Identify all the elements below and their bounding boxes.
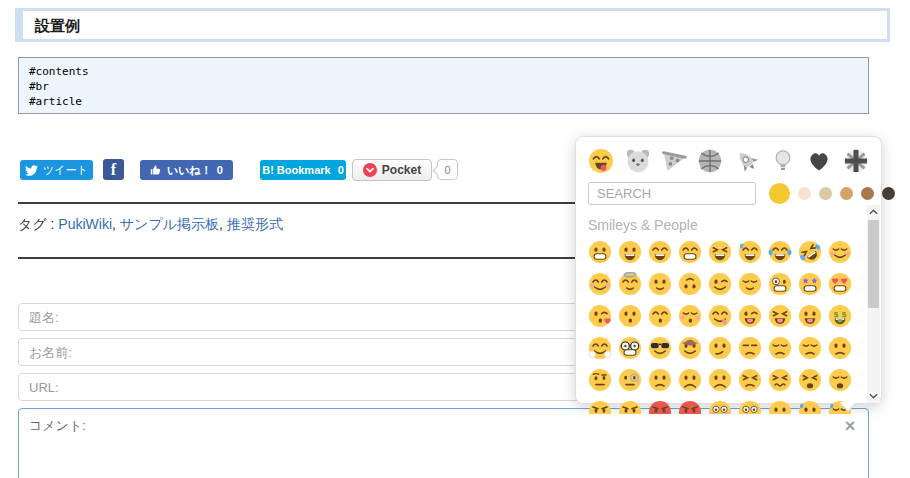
page: 設置例 #contents#br#article ツイート f いいね！ 0 B… [0,0,910,478]
emoji-relieved-face[interactable] [738,272,762,296]
emoji-face-with-steam[interactable] [588,400,612,414]
emoji-tab-activity-icon[interactable] [697,147,723,174]
emoji-tab-objects-icon[interactable] [770,147,796,174]
scrollbar-down-icon[interactable] [867,389,880,403]
emoji-tab-flags-icon[interactable] [843,147,869,174]
skin-tone-swatch[interactable] [882,187,895,200]
emoji-smirking-face[interactable] [708,336,732,360]
twitter-bird-icon [25,164,38,177]
emoji-cowboy-hat-face[interactable] [678,336,702,360]
emoji-kissing-face-closed-eyes[interactable] [678,304,702,328]
emoji-worried-face[interactable] [828,336,852,360]
picker-close-icon[interactable]: × [840,416,860,436]
pocket-count-bubble[interactable]: 0 [437,159,458,180]
emoji-winking-face[interactable] [708,272,732,296]
emoji-squinting-face-with-tongue[interactable] [768,304,792,328]
emoji-slightly-smiling-face[interactable] [648,272,672,296]
emoji-grinning-face[interactable] [588,240,612,264]
like-count: 0 [217,164,223,176]
emoji-winking-face-with-tongue[interactable] [738,304,762,328]
skin-tone-swatch[interactable] [861,187,874,200]
scrollbar-thumb[interactable] [868,220,879,308]
emoji-kissing-face-smiling-eyes[interactable] [648,304,672,328]
emoji-tab-travel-places-icon[interactable] [734,147,760,174]
emoji-grinning-face-smiling-eyes[interactable] [648,240,672,264]
emoji-money-mouth-face[interactable]: $$ [828,304,852,328]
tag-link[interactable]: サンプル掲示板 [120,216,219,232]
tweet-button[interactable]: ツイート [20,160,93,180]
emoji-pensive-face[interactable] [798,336,822,360]
code-line: #br [29,79,858,94]
emoji-rolling-on-the-floor-laughing[interactable] [798,240,822,264]
comment-textarea[interactable] [18,408,869,478]
emoji-smiling-face-with-sunglasses[interactable] [648,336,672,360]
emoji-unamused-face[interactable] [738,336,762,360]
facebook-f-icon: f [111,161,116,179]
emoji-grinning-face-big-eyes[interactable] [618,240,642,264]
emoji-frowning-face[interactable] [708,368,732,392]
pocket-button[interactable]: Pocket [352,159,432,181]
emoji-screaming-face[interactable] [738,400,762,414]
emoji-smiling-face-with-halo[interactable] [618,272,642,296]
tags-label: タグ : [18,216,54,232]
picker-scrollbar[interactable] [867,205,880,403]
tweet-button-label: ツイート [43,163,88,178]
code-line: #article [29,94,858,109]
like-button-label: いいね！ [167,163,212,178]
facebook-button[interactable]: f [103,159,124,180]
emoji-star-struck[interactable] [798,272,822,296]
skin-tone-swatch[interactable] [819,187,832,200]
code-line: #contents [29,64,858,79]
emoji-anxious-face-with-sweat[interactable] [798,400,822,414]
emoji-confounded-face[interactable] [768,368,792,392]
emoji-tab-smileys-people-icon[interactable] [588,147,614,174]
emoji-face-with-monocle[interactable] [618,368,642,392]
page-title: 設置例 [15,8,890,42]
emoji-flushed-face[interactable] [708,400,732,414]
emoji-search-input[interactable] [588,182,756,205]
emoji-section-title: Smileys & People [588,217,881,233]
emoji-tab-animals-nature-icon[interactable] [624,147,650,174]
emoji-tab-food-drink-icon[interactable] [661,147,687,174]
emoji-grinning-face-with-sweat[interactable] [738,240,762,264]
skin-tone-swatch[interactable] [840,187,853,200]
picker-search-row [576,179,881,211]
emoji-tab-symbols-icon[interactable] [806,147,832,174]
emoji-weary-face[interactable] [828,368,852,392]
emoji-nerd-face[interactable] [618,336,642,360]
hatena-label: B! Bookmark [262,164,330,176]
tag-link[interactable]: 推奨形式 [227,216,283,232]
emoji-persevering-face[interactable] [738,368,762,392]
emoji-hugging-face[interactable] [588,336,612,360]
emoji-kissing-face[interactable] [618,304,642,328]
emoji-tired-face[interactable] [798,368,822,392]
emoji-smiling-face-smiling-eyes[interactable] [588,272,612,296]
emoji-slightly-frowning-face[interactable] [678,368,702,392]
hatena-bookmark-button[interactable]: B! Bookmark 0 [260,160,346,180]
emoji-heart-eyes[interactable] [828,272,852,296]
emoji-beaming-face[interactable] [678,240,702,264]
facebook-like-button[interactable]: いいね！ 0 [140,160,233,180]
emoji-face-blowing-kiss[interactable] [588,304,612,328]
skin-tone-swatch[interactable] [769,183,790,204]
emoji-face-with-symbols-on-mouth[interactable] [678,400,702,414]
tags-links: PukiWiki, サンプル掲示板, 推奨形式 [58,216,283,232]
thumbs-up-icon [150,164,162,176]
scrollbar-up-icon[interactable] [867,205,880,219]
emoji-smiling-face[interactable] [828,240,852,264]
emoji-angry-face[interactable] [618,400,642,414]
emoji-pouting-face[interactable] [648,400,672,414]
emoji-face-with-tears-of-joy[interactable] [768,240,792,264]
picker-tail [839,403,857,412]
emoji-upside-down-face[interactable] [678,272,702,296]
emoji-face-with-tongue[interactable] [798,304,822,328]
emoji-fearful-face[interactable] [768,400,792,414]
emoji-grinning-squinting-face[interactable] [708,240,732,264]
emoji-confused-face[interactable] [648,368,672,392]
tag-link[interactable]: PukiWiki [58,216,112,232]
emoji-face-with-raised-eyebrow[interactable] [588,368,612,392]
skin-tone-swatch[interactable] [798,187,811,200]
emoji-disappointed-face[interactable] [768,336,792,360]
emoji-zany-face[interactable] [768,272,792,296]
emoji-face-savoring-food[interactable] [708,304,732,328]
